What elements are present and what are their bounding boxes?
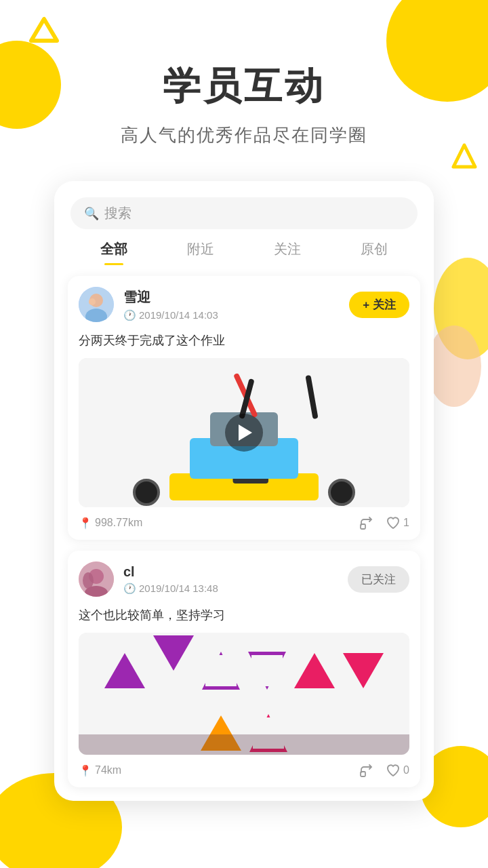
search-bar[interactable]: 🔍 搜索: [70, 197, 418, 229]
post-image-2[interactable]: [79, 633, 409, 755]
action-icons-2: 0: [359, 763, 409, 778]
tab-original[interactable]: 原创: [331, 240, 418, 265]
post-image-1[interactable]: [79, 358, 409, 507]
post-footer-1: 📍 998.77km 1: [68, 507, 420, 530]
user-info-1: 雪迎 🕐 2019/10/14 14:03: [123, 288, 349, 321]
main-card: 🔍 搜索 全部 附近 关注 原创: [54, 181, 434, 801]
share-icon-1: [359, 515, 373, 530]
share-icon-2: [359, 763, 373, 778]
share-action-2[interactable]: [359, 763, 373, 778]
svg-point-6: [89, 298, 96, 305]
location-pin-icon-2: 📍: [79, 764, 92, 777]
svg-rect-7: [361, 524, 365, 529]
search-icon: 🔍: [84, 206, 99, 221]
clock-icon-2: 🕐: [123, 583, 136, 595]
header-section: 学员互动 高人气的优秀作品尽在同学圈: [0, 0, 488, 147]
post-content-2: 这个也比较简单，坚持学习: [68, 604, 420, 633]
location-pin-icon-1: 📍: [79, 517, 92, 530]
lego-wire-black2: [305, 375, 318, 419]
wheel-left: [133, 479, 160, 506]
wheel-right: [328, 479, 355, 506]
tab-nearby[interactable]: 附近: [157, 240, 244, 265]
post-card-1: 雪迎 🕐 2019/10/14 14:03 + 关注 分两天终于完成了这个作业: [68, 276, 420, 540]
post-footer-2: 📍 74km 0: [68, 755, 420, 778]
user-name-2: cl: [123, 564, 348, 580]
user-name-1: 雪迎: [123, 288, 349, 307]
tri-5: [294, 653, 335, 688]
avatar-2: [79, 561, 114, 597]
like-action-2[interactable]: 0: [386, 763, 409, 778]
user-info-2: cl 🕐 2019/10/14 13:48: [123, 564, 348, 595]
post-header-2: cl 🕐 2019/10/14 13:48 已关注: [68, 551, 420, 604]
tab-follow[interactable]: 关注: [244, 240, 331, 265]
share-action-1[interactable]: [359, 515, 373, 530]
svg-marker-1: [453, 145, 475, 167]
clock-icon-1: 🕐: [123, 309, 136, 321]
page-subtitle: 高人气的优秀作品尽在同学圈: [0, 123, 488, 147]
post-card-2: cl 🕐 2019/10/14 13:48 已关注 这个也比较简单，坚持学习: [68, 551, 420, 787]
location-1: 📍 998.77km: [79, 517, 359, 530]
svg-point-11: [83, 572, 94, 589]
location-2: 📍 74km: [79, 764, 359, 777]
bg-decoration-right-mid2: [427, 326, 481, 407]
svg-rect-12: [361, 772, 365, 776]
tri-3: [202, 652, 240, 690]
like-icon-1: [386, 515, 401, 530]
avatar-1: [79, 287, 114, 322]
triangles-image: [79, 633, 409, 755]
follow-button-1[interactable]: + 关注: [349, 292, 409, 318]
like-icon-2: [386, 763, 401, 778]
tri-6: [343, 653, 384, 688]
robot-image: [79, 358, 409, 507]
image-overlay: [79, 734, 409, 755]
tab-all[interactable]: 全部: [70, 240, 157, 265]
post-header-1: 雪迎 🕐 2019/10/14 14:03 + 关注: [68, 276, 420, 329]
like-action-1[interactable]: 1: [386, 515, 409, 530]
post-time-2: 🕐 2019/10/14 13:48: [123, 583, 348, 595]
tabs-container: 全部 附近 关注 原创: [54, 229, 434, 265]
play-button[interactable]: [225, 414, 263, 452]
tri-2: [153, 635, 194, 706]
search-placeholder: 搜索: [104, 204, 131, 222]
tri-1: [104, 653, 145, 688]
post-content-1: 分两天终于完成了这个作业: [68, 329, 420, 358]
play-icon: [239, 425, 252, 441]
page-title: 学员互动: [0, 61, 488, 113]
tri-4: [248, 652, 286, 690]
action-icons-1: 1: [359, 515, 409, 530]
followed-button-2[interactable]: 已关注: [348, 566, 409, 593]
post-time-1: 🕐 2019/10/14 14:03: [123, 309, 349, 321]
